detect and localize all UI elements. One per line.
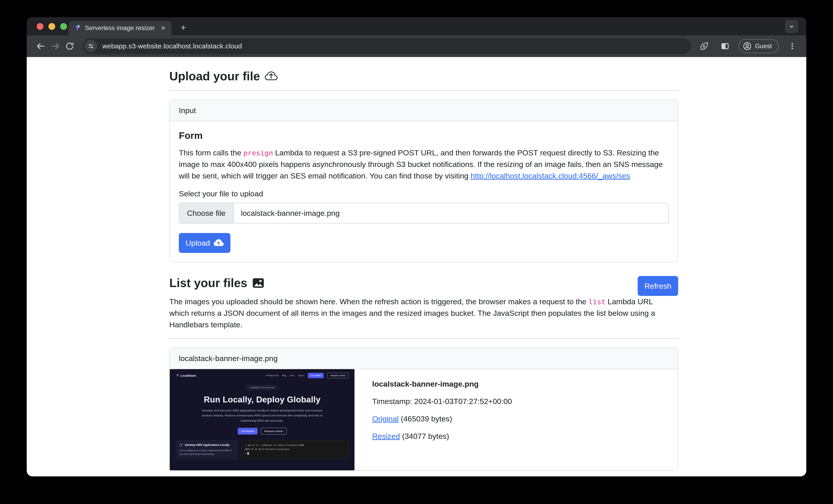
banner-cta-row: Get Started Request a Demo [170, 428, 355, 434]
banner-request-demo-button: Request a Demo [261, 428, 287, 434]
form-title: Form [179, 130, 669, 141]
tab-title: Serverless image resizer [85, 24, 156, 32]
banner-brand: LocalStack [181, 374, 196, 377]
input-card: Input Form This form calls the presign L… [169, 100, 678, 262]
banner-feature-title: Develop AWS Applications Locally [185, 444, 229, 447]
banner-menu: Pricing & Faq Blog Docs Sign in Get Star… [266, 373, 349, 378]
banner-description: Develop and test your AWS applications l… [198, 408, 326, 423]
browser-toolbar: webapp.s3-website.localhost.localstack.c… [27, 35, 806, 57]
terminal-line: >aws s3 ls --endpoint-url http://localho… [245, 443, 345, 447]
site-settings-icon[interactable] [85, 40, 97, 52]
banner-logo: LocalStack [176, 374, 196, 377]
page-container: Upload your file Input Form This form ca… [169, 57, 678, 476]
selected-file-name: localstack-banner-image.png [234, 203, 347, 223]
list-heading-text: List your files [169, 276, 247, 290]
upload-heading-text: Upload your file [169, 69, 260, 83]
original-row: Original (465039 bytes) [372, 414, 512, 423]
url-bar[interactable]: webapp.s3-website.localhost.localstack.c… [83, 38, 691, 54]
file-card-body: LocalStack Pricing & Faq Blog Docs Sign … [170, 369, 678, 470]
timestamp-label: Timestamp: [372, 397, 414, 406]
original-link[interactable]: Original [372, 414, 399, 423]
input-card-body: Form This form calls the presign Lambda … [170, 121, 678, 262]
battery-saver-icon[interactable] [697, 39, 711, 53]
banner-feature-row: Develop AWS Applications Locally Use Loc… [176, 440, 349, 459]
banner-feature-text: Use LocalStack as a drop-in replacement … [179, 449, 235, 456]
banner-feature-card: Develop AWS Applications Locally Use Loc… [176, 440, 239, 459]
traffic-lights [37, 23, 67, 30]
reload-button[interactable] [63, 39, 77, 53]
banner-nav-get-started: Get Started [308, 373, 324, 378]
person-icon [743, 42, 752, 51]
box-arrow-icon [179, 444, 183, 447]
banner-get-started-button: Get Started [238, 428, 258, 434]
banner-announcement-pill: LocalStack v3.0 is out now! [246, 385, 278, 390]
original-size: (465039 bytes) [399, 414, 452, 423]
terminal-line: 2023-11-15 10:12:18 hello-localstack [245, 447, 345, 451]
page-content: Upload your file Input Form This form ca… [27, 57, 806, 476]
timestamp-value: 2024-01-03T07:27:52+00:00 [414, 397, 512, 406]
profile-button[interactable]: Guest [739, 39, 779, 53]
divider [169, 338, 678, 338]
minimize-window-button[interactable] [48, 23, 55, 30]
list-section-heading: List your files [169, 276, 264, 290]
tab-search-chevron-button[interactable] [785, 20, 798, 33]
list-description: The images you uploaded should be shown … [169, 296, 661, 330]
banner-nav-item: Docs [290, 374, 294, 377]
file-details: localstack-banner-image.png Timestamp: 2… [355, 369, 512, 470]
file-thumbnail[interactable]: LocalStack Pricing & Faq Blog Docs Sign … [170, 369, 355, 470]
banner-terminal: >aws s3 ls --endpoint-url http://localho… [241, 440, 349, 459]
refresh-button[interactable]: Refresh [638, 276, 678, 296]
list-section-header: List your files Refresh [169, 276, 678, 296]
tab-serverless-image-resizer[interactable]: Serverless image resizer [69, 21, 172, 35]
refresh-button-label: Refresh [644, 282, 671, 291]
url-text: webapp.s3-website.localhost.localstack.c… [102, 42, 242, 50]
file-card: localstack-banner-image.png LocalStack P… [169, 348, 678, 471]
terminal-line: > [245, 451, 345, 455]
resized-link[interactable]: Resized [372, 432, 400, 440]
tab-strip: Serverless image resizer [27, 17, 806, 35]
terminal-prompt: > [245, 444, 246, 446]
browser-menu-icon[interactable] [785, 39, 800, 53]
form-description-text: This form calls the [179, 148, 243, 157]
banner-nav-request-demo: Request a Demo [327, 373, 349, 378]
banner-nav-item: Blog [282, 374, 286, 377]
back-button[interactable] [33, 39, 48, 53]
file-timestamp: Timestamp: 2024-01-03T07:27:52+00:00 [372, 397, 512, 406]
banner-feature-title-row: Develop AWS Applications Locally [179, 444, 235, 447]
terminal-cursor [247, 452, 249, 455]
file-input[interactable]: Choose file localstack-banner-image.png [179, 203, 669, 224]
input-card-header: Input [170, 100, 678, 121]
banner-heading: Run Locally, Deploy Globally [170, 395, 355, 404]
localstack-favicon-icon [74, 25, 81, 31]
new-tab-button[interactable] [178, 22, 189, 33]
toolbar-right-icons: Guest [697, 39, 800, 53]
forward-button[interactable] [48, 39, 63, 53]
cloud-arrow-up-fill-icon [214, 238, 224, 248]
close-window-button[interactable] [37, 23, 44, 30]
profile-label: Guest [755, 43, 772, 50]
browser-window: Serverless image resizer webapp.s3-websi… [27, 17, 806, 476]
tab-close-icon[interactable] [160, 25, 166, 31]
resized-row: Resized (34077 bytes) [372, 432, 512, 440]
cloud-arrow-up-icon [265, 70, 278, 82]
list-code: list [589, 298, 605, 306]
choose-file-button[interactable]: Choose file [179, 203, 234, 223]
terminal-prompt: > [245, 452, 246, 454]
banner-nav: LocalStack Pricing & Faq Blog Docs Sign … [170, 369, 355, 378]
upload-button[interactable]: Upload [179, 233, 231, 253]
presign-code: presign [243, 149, 273, 157]
zoom-window-button[interactable] [60, 23, 67, 30]
file-upload-label: Select your file to upload [179, 190, 669, 198]
terminal-command: aws s3 ls --endpoint-url http://localhos… [247, 444, 304, 446]
side-panel-icon[interactable] [718, 39, 732, 53]
banner-nav-item: Pricing & Faq [266, 374, 279, 377]
upload-button-label: Upload [186, 238, 210, 248]
ses-link[interactable]: http://localhost.localstack.cloud:4566/_… [471, 172, 630, 180]
image-icon [253, 277, 264, 289]
file-detail-name: localstack-banner-image.png [372, 380, 512, 388]
upload-section-heading: Upload your file [169, 69, 678, 83]
resized-size: (34077 bytes) [400, 432, 449, 440]
form-description: This form calls the presign Lambda to re… [179, 147, 669, 182]
divider [169, 90, 678, 91]
banner-nav-item: Sign in [298, 374, 305, 377]
